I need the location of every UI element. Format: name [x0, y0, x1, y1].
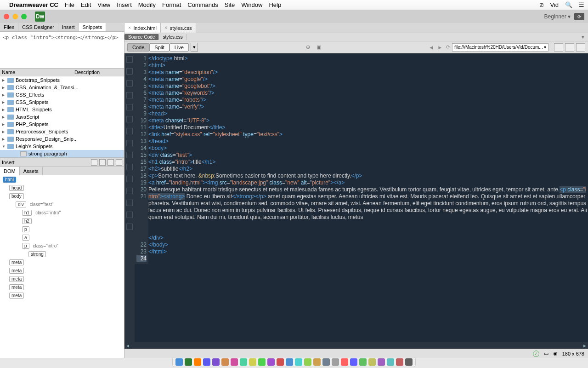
col-name[interactable]: Name	[2, 69, 74, 75]
col-description[interactable]: Description	[74, 69, 122, 75]
dock-app-icon[interactable]	[194, 358, 201, 366]
snippet-item[interactable]: ▶Bootstrap_Snippets	[0, 76, 124, 84]
workspace-dropdown[interactable]: Beginner ▾	[544, 13, 571, 20]
menu-commands[interactable]: Commands	[187, 1, 218, 8]
dock-app-icon[interactable]	[378, 358, 385, 366]
screencast-icon[interactable]: ⎚	[540, 1, 543, 8]
document-tab[interactable]: ×styles.css	[161, 23, 196, 33]
tab-dom[interactable]: DOM	[0, 167, 20, 175]
balance-braces-icon[interactable]	[126, 116, 133, 122]
select-parent-icon[interactable]	[126, 104, 133, 110]
snippet-item[interactable]: ▼Leigh's Snippets	[0, 143, 124, 150]
options-icon[interactable]	[576, 43, 585, 52]
dom-node[interactable]: divclass="test"	[0, 200, 124, 208]
show-code-nav-icon[interactable]	[126, 68, 133, 75]
dock-app-icon[interactable]	[175, 358, 183, 366]
menu-format[interactable]: Format	[162, 1, 181, 8]
new-snippet-icon[interactable]	[99, 159, 106, 166]
dock-app-icon[interactable]	[240, 358, 247, 366]
menu-site[interactable]: Site	[225, 1, 235, 8]
view-code-button[interactable]: Code	[127, 43, 149, 52]
open-documents-icon[interactable]	[126, 56, 133, 63]
menu-edit[interactable]: Edit	[81, 1, 91, 8]
validate-ok-icon[interactable]: ✓	[533, 351, 539, 357]
panel-tab-files[interactable]: Files	[0, 23, 18, 31]
menu-view[interactable]: View	[97, 1, 110, 8]
dock-app-icon[interactable]	[231, 358, 238, 366]
sync-settings-icon[interactable]: ⟳	[574, 13, 584, 20]
dock-app-icon[interactable]	[359, 358, 367, 366]
dom-node[interactable]: a	[0, 233, 124, 242]
menu-window[interactable]: Window	[241, 1, 262, 8]
live-dropdown-icon[interactable]: ▾	[191, 43, 198, 52]
dom-tree[interactable]: htmlheadbodydivclass="test"h1class="intr…	[0, 175, 124, 358]
menu-help[interactable]: Help	[269, 1, 281, 8]
dock-app-icon[interactable]	[332, 358, 339, 366]
new-folder-icon[interactable]	[91, 159, 97, 166]
menu-file[interactable]: File	[65, 1, 74, 8]
edit-snippet-icon[interactable]	[107, 159, 114, 166]
dock-app-icon[interactable]	[387, 358, 394, 366]
panel-tab-snippets[interactable]: Snippets	[79, 23, 106, 31]
highlight-invalid-icon[interactable]	[126, 140, 133, 146]
recent-snippets-icon[interactable]	[126, 176, 133, 182]
preview-icon[interactable]	[565, 43, 574, 52]
delete-snippet-icon[interactable]	[116, 159, 122, 166]
dom-node[interactable]: h1class="intro"	[0, 208, 124, 217]
snippet-item[interactable]: ▶CSS_Snippets	[0, 98, 124, 106]
menu-modify[interactable]: Modify	[138, 1, 156, 8]
dom-node[interactable]: h2	[0, 217, 124, 225]
dock-app-icon[interactable]	[322, 358, 330, 366]
address-bar[interactable]: file:///Macintosh%20HD/Users/Vid/Docum..…	[452, 43, 548, 52]
code-editor[interactable]: 123456789101112131415161718192021222324 …	[135, 53, 588, 342]
close-tab-icon[interactable]: ×	[164, 25, 167, 30]
horizontal-scrollbar[interactable]: ◄ ►	[124, 342, 588, 349]
inspect-icon[interactable]: ⊕	[306, 44, 310, 50]
snippet-item[interactable]: ▶PHP_Snippets	[0, 121, 124, 128]
refresh-icon[interactable]: ⟳	[446, 44, 450, 50]
nav-forward-icon[interactable]: ►	[437, 45, 442, 50]
dock-app-icon[interactable]	[295, 358, 302, 366]
format-source-icon[interactable]	[126, 224, 133, 230]
panel-tab-insert[interactable]: Insert	[58, 23, 79, 31]
dom-node[interactable]: meta	[0, 258, 124, 266]
syntax-error-icon[interactable]	[126, 164, 133, 170]
dimensions-readout[interactable]: 180 x 678	[562, 351, 584, 356]
dom-node[interactable]: meta	[0, 266, 124, 275]
zoom-icon[interactable]	[21, 14, 27, 19]
menu-insert[interactable]: Insert	[117, 1, 132, 8]
snippet-list[interactable]: ▶Bootstrap_Snippets▶CSS_Animation_&_Tran…	[0, 76, 124, 158]
indent-icon[interactable]	[126, 200, 133, 206]
window-size-icon[interactable]: ◉	[553, 351, 558, 356]
dock-app-icon[interactable]	[185, 358, 192, 366]
minimize-icon[interactable]	[12, 14, 18, 19]
dom-node[interactable]: strong	[0, 250, 124, 258]
hamburger-icon[interactable]: ☰	[579, 1, 584, 8]
dock-app-icon[interactable]	[350, 358, 357, 366]
document-tab[interactable]: ×index.html	[124, 23, 161, 33]
snippet-item[interactable]: ▶Preprocessor_Snippets	[0, 128, 124, 135]
related-file-tab[interactable]: Source Code	[124, 34, 159, 40]
expand-all-icon[interactable]	[126, 92, 133, 98]
menu-user[interactable]: Vid	[550, 1, 559, 8]
snippet-item[interactable]: strong paragraph	[0, 150, 124, 157]
move-css-icon[interactable]	[126, 188, 133, 194]
dock-app-icon[interactable]	[212, 358, 220, 366]
dock-app-icon[interactable]	[341, 358, 348, 366]
file-mgmt-icon[interactable]	[554, 43, 563, 52]
dock-app-icon[interactable]	[368, 358, 376, 366]
dom-node[interactable]: meta	[0, 291, 124, 299]
dom-node[interactable]: body	[0, 192, 124, 200]
snippet-item[interactable]: ▶HTML_Snippets	[0, 106, 124, 113]
dock-app-icon[interactable]	[405, 358, 413, 366]
nav-back-icon[interactable]: ◄	[429, 45, 434, 50]
live-code-icon[interactable]: ▣	[317, 44, 321, 50]
dock-app-icon[interactable]	[304, 358, 311, 366]
dom-node[interactable]: html	[0, 175, 124, 184]
word-wrap-icon[interactable]	[126, 152, 133, 158]
dock-app-icon[interactable]	[286, 358, 293, 366]
macos-dock[interactable]	[172, 357, 416, 367]
dock-app-icon[interactable]	[249, 358, 256, 366]
line-numbers-icon[interactable]	[126, 128, 133, 134]
spotlight-icon[interactable]: 🔍	[565, 1, 572, 8]
